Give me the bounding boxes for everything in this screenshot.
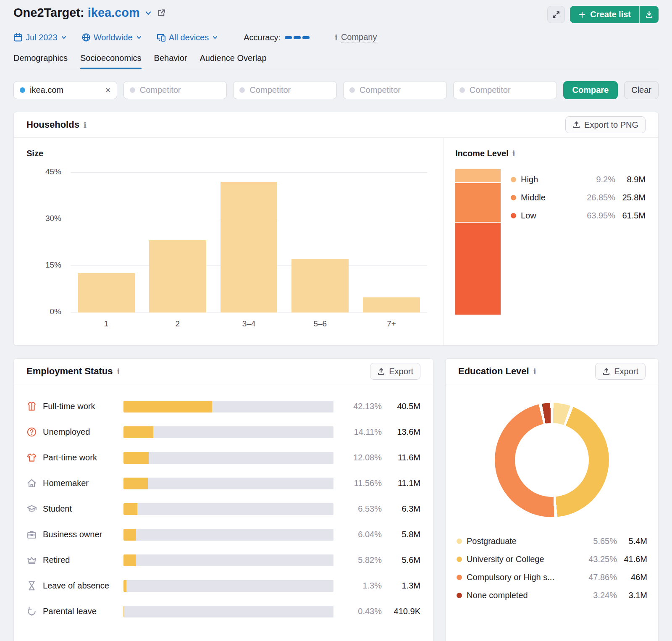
employment-progress-track (123, 426, 333, 438)
legend-dot-icon (511, 195, 516, 200)
size-chart-ytick: 30% (45, 214, 61, 223)
employment-progress-track (123, 503, 333, 515)
compare-button[interactable]: Compare (563, 81, 618, 99)
employment-export-button[interactable]: Export (370, 363, 420, 380)
education-legend: Postgraduate5.65%5.4MUniversity or Colle… (446, 517, 658, 604)
competitor-input-3[interactable]: Competitor (343, 81, 447, 99)
create-list-label: Create list (590, 10, 631, 19)
income-legend-value: 8.9M (615, 175, 646, 184)
competitor-placeholder: Competitor (360, 85, 441, 95)
devices-filter[interactable]: All devices (157, 33, 219, 42)
date-filter[interactable]: Jul 2023 (13, 33, 67, 42)
domain-link[interactable]: ikea.com (88, 6, 140, 19)
education-legend-label: University or College (467, 554, 578, 564)
chevron-down-icon[interactable] (144, 9, 152, 17)
employment-row-value: 1.3M (382, 581, 420, 591)
size-bar-chart[interactable]: 0%15%30%45% 123–45–67+ (26, 173, 435, 328)
chevron-down-icon (136, 34, 142, 41)
tab-demographics[interactable]: Demographics (13, 53, 68, 69)
devices-icon (157, 33, 166, 42)
clear-button[interactable]: Clear (624, 81, 659, 99)
close-icon[interactable]: × (105, 86, 111, 95)
employment-progress-track (123, 580, 333, 592)
competitor-input-2[interactable]: Competitor (233, 81, 337, 99)
size-chart-ytick: 0% (50, 307, 61, 316)
accuracy-label: Accuracy: (244, 33, 281, 42)
region-filter-value: Worldwide (94, 33, 133, 42)
tab-behavior[interactable]: Behavior (154, 53, 187, 69)
size-chart-xtick: 5–6 (284, 319, 356, 328)
competitor-input-1[interactable]: Competitor (123, 81, 227, 99)
accuracy-indicator: Accuracy: (244, 33, 310, 42)
employment-row-value: 13.6M (382, 427, 420, 437)
employment-row: Student6.53%6.3M (26, 496, 420, 522)
education-legend-value: 41.6M (617, 554, 647, 564)
competitor-input-4[interactable]: Competitor (453, 81, 557, 99)
employment-export-label: Export (389, 367, 413, 376)
employment-progress-fill (123, 452, 149, 464)
income-legend-percent: 63.95% (577, 211, 615, 221)
legend-dot-icon (457, 539, 462, 544)
info-icon[interactable]: i (335, 33, 338, 42)
size-chart-bar[interactable] (220, 182, 278, 313)
size-chart-bar[interactable] (363, 297, 420, 313)
size-chart-bar[interactable] (78, 273, 135, 313)
info-icon[interactable]: i (533, 367, 536, 376)
size-chart-bar-column (213, 173, 285, 313)
hourglass-icon (26, 581, 37, 591)
competitor-dot-icon (130, 87, 135, 93)
education-legend-row: None completed3.24%3.1M (457, 586, 647, 604)
info-icon[interactable]: i (84, 121, 87, 129)
question-circle-icon (26, 427, 37, 437)
income-bar-segment[interactable] (455, 183, 501, 222)
globe-icon (81, 33, 91, 42)
employment-row: Leave of absence1.3%1.3M (26, 573, 420, 599)
employment-row: Homemaker11.56%11.1M (26, 470, 420, 496)
households-card: Households i Export to PNG Size 0%15%30%… (13, 112, 659, 346)
income-legend-row: Low63.95%61.5M (511, 207, 646, 225)
external-link-icon[interactable] (157, 8, 166, 18)
briefcase-icon (26, 529, 37, 540)
employment-progress-track (123, 452, 333, 464)
create-list-split-button: Create list (570, 6, 659, 23)
domain-selector-row: ikea.com × Competitor Competitor Competi… (13, 81, 659, 99)
employment-progress-track (123, 401, 333, 412)
employment-status-card: Employment Status i Export Full-time wor… (13, 358, 433, 641)
income-bar-segment[interactable] (455, 169, 501, 182)
education-legend-label: Compulsory or High s... (467, 573, 578, 582)
competitor-dot-icon (459, 87, 465, 93)
employment-row-value: 40.5M (382, 402, 420, 411)
download-button[interactable] (639, 6, 659, 23)
devices-filter-value: All devices (169, 33, 209, 42)
income-bar-segment[interactable] (455, 223, 501, 315)
size-chart-bar[interactable] (149, 240, 206, 313)
education-legend-label: Postgraduate (467, 536, 578, 546)
page-title-prefix: One2Target: (13, 6, 84, 19)
info-icon[interactable]: i (512, 149, 515, 158)
education-donut-chart[interactable] (495, 403, 609, 517)
size-chart-xtick: 3–4 (213, 319, 285, 328)
tab-audience-overlap[interactable]: Audience Overlap (200, 53, 267, 69)
size-chart-bar[interactable] (291, 259, 349, 313)
income-stacked-bar[interactable] (455, 169, 501, 315)
region-filter[interactable]: Worldwide (81, 33, 142, 42)
export-to-png-button[interactable]: Export to PNG (565, 116, 646, 133)
employment-card-header: Employment Status i Export (14, 359, 433, 384)
tab-socioeconomics[interactable]: Socioeconomics (80, 53, 142, 69)
employment-row: Full-time work42.13%40.5M (26, 394, 420, 419)
create-list-button[interactable]: Create list (570, 6, 639, 23)
one2target-page: One2Target: ikea.com Create list (0, 0, 672, 641)
employment-row-label: Student (43, 504, 123, 514)
education-legend-row: Postgraduate5.65%5.4M (457, 532, 647, 550)
company-label[interactable]: Company (341, 32, 377, 42)
size-chart-bars (71, 173, 427, 313)
info-icon[interactable]: i (117, 367, 120, 376)
expand-button[interactable] (547, 6, 565, 23)
competitor-placeholder: Competitor (470, 85, 551, 95)
employment-row-percent: 6.04% (338, 530, 382, 539)
education-legend-label: None completed (467, 591, 578, 600)
education-export-button[interactable]: Export (595, 363, 646, 380)
legend-dot-icon (457, 575, 462, 580)
employment-row-value: 410.9K (382, 607, 420, 616)
domain-input[interactable]: ikea.com × (13, 81, 117, 99)
